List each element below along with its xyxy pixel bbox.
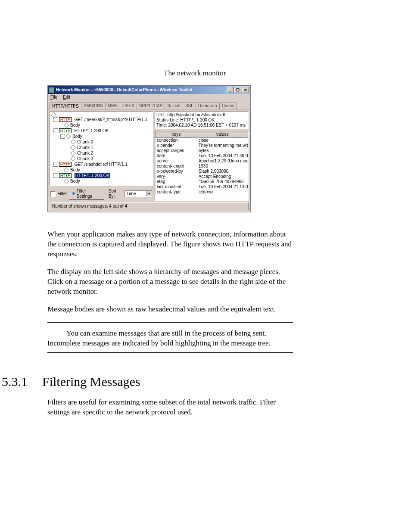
header-value: 1930 bbox=[197, 164, 248, 169]
menubar: File Edit bbox=[48, 94, 250, 100]
menu-file[interactable]: File bbox=[50, 95, 57, 100]
filter-checkbox[interactable] bbox=[50, 191, 56, 197]
header-value: bytes bbox=[197, 148, 248, 153]
detail-url: URL: http://slashdot.org/slashdot.rdf bbox=[156, 112, 247, 118]
filter-settings-label: Filter Settings bbox=[77, 189, 101, 199]
tab-spp[interactable]: SPP/L2CAP bbox=[137, 103, 165, 109]
tree-body[interactable]: Body bbox=[70, 122, 80, 128]
tab-http[interactable]: HTTP/HTTPS bbox=[50, 103, 81, 109]
tree-item[interactable]: GET /slashdot.rdf HTTP/1.1 bbox=[75, 162, 128, 167]
header-value: close bbox=[197, 138, 248, 143]
detail-time: Time: 2004.02.10 AD 16:51:06 EST + 0197 … bbox=[156, 123, 247, 128]
sortby-select[interactable]: Time ▾ bbox=[125, 190, 152, 197]
chunk-icon bbox=[70, 139, 76, 145]
table-row[interactable]: x-powered-bySlash 2.003000 bbox=[156, 169, 248, 174]
filter-settings-button[interactable]: Filter Settings bbox=[69, 188, 104, 200]
collapse-icon[interactable]: - bbox=[53, 128, 58, 133]
tab-socket[interactable]: Socket bbox=[165, 103, 183, 109]
right-pane: URL: http://slashdot.org/slashdot.rdf St… bbox=[155, 111, 249, 201]
header-value: text/xml bbox=[197, 190, 248, 195]
col-values[interactable]: values bbox=[197, 131, 248, 138]
header-value: Slash 2.003000 bbox=[197, 169, 248, 174]
body-icon bbox=[63, 167, 69, 173]
network-monitor-window: Network Monitor - +5550000 - DefaultColo… bbox=[47, 85, 251, 212]
tree-item[interactable]: HTTP/1.1 200 OK bbox=[75, 128, 109, 134]
tabstrip: HTTP/HTTPS SMS/CBS MMS OBEX SPP/L2CAP So… bbox=[48, 100, 250, 109]
tab-mms[interactable]: MMS bbox=[105, 103, 120, 109]
header-key: last-modified bbox=[156, 184, 197, 190]
tree-chunk[interactable]: Chunk 3 bbox=[77, 156, 93, 162]
titlebar[interactable]: Network Monitor - +5550000 - DefaultColo… bbox=[48, 86, 250, 94]
http-badge: HTTP bbox=[59, 128, 72, 133]
header-key: x-bender bbox=[156, 143, 197, 148]
detail-status: Status Line: HTTP/1.1 200 OK bbox=[156, 118, 247, 123]
header-key: content-length bbox=[156, 164, 197, 169]
chunk-icon bbox=[70, 145, 76, 150]
http-badge: HTTP bbox=[59, 162, 72, 167]
tab-datagram[interactable]: Datagram bbox=[196, 103, 220, 109]
header-value: Apache/1.3.29 (Unix) mod... bbox=[197, 159, 248, 164]
tree-body[interactable]: Body bbox=[70, 178, 80, 184]
table-row[interactable]: content-length1930 bbox=[156, 164, 248, 169]
header-key: accept-ranges bbox=[156, 148, 197, 153]
close-button[interactable]: ✕ bbox=[242, 87, 249, 93]
collapse-icon[interactable]: - bbox=[53, 173, 58, 178]
header-key: content-type bbox=[156, 190, 197, 195]
menu-edit[interactable]: Edit bbox=[63, 95, 70, 100]
table-row[interactable]: connectionclose bbox=[156, 138, 248, 143]
section-para: Filters are useful for examining some su… bbox=[47, 398, 293, 417]
tree-chunk[interactable]: Chunk 2 bbox=[77, 150, 93, 156]
tree-item-selected[interactable]: HTTP/1.1 200 OK bbox=[75, 173, 110, 178]
http-badge: HTTP bbox=[59, 173, 72, 178]
tab-obex[interactable]: OBEX bbox=[120, 103, 137, 109]
header-key: x-powered-by bbox=[156, 169, 197, 174]
tab-ssl[interactable]: SSL bbox=[183, 103, 196, 109]
tree-body[interactable]: Body bbox=[70, 167, 80, 173]
header-value: Tue, 10 Feb 2004 21:49:0... bbox=[197, 153, 248, 159]
tab-comm[interactable]: Comm bbox=[219, 103, 237, 109]
body-icon bbox=[63, 122, 69, 128]
tree-item[interactable]: GET /meerkat/?_fl=rss&p=9 HTTP/1.1 bbox=[75, 117, 147, 122]
tab-sms[interactable]: SMS/CBS bbox=[81, 103, 106, 109]
body-icon bbox=[65, 134, 71, 139]
table-row[interactable]: accept-rangesbytes bbox=[156, 148, 248, 153]
collapse-icon[interactable]: - bbox=[53, 162, 58, 167]
minimize-button[interactable]: _ bbox=[227, 87, 234, 93]
para-2: The display on the left side shows a hie… bbox=[47, 267, 293, 297]
message-tree[interactable]: -HTTP GET /meerkat/?_fl=rss&p=9 HTTP/1.1… bbox=[50, 111, 153, 186]
funnel-icon bbox=[72, 193, 75, 195]
table-row[interactable]: last-modifiedTue, 10 Feb 2004 21:13:0... bbox=[156, 184, 248, 190]
header-key: server bbox=[156, 159, 197, 164]
collapse-icon[interactable]: - bbox=[53, 117, 58, 122]
section-number: 5.3.1 bbox=[2, 374, 28, 389]
table-row[interactable]: serverApache/1.3.29 (Unix) mod... bbox=[156, 159, 248, 164]
figure-caption: The network monitor bbox=[164, 69, 364, 78]
tree-chunk[interactable]: Chunk 0 bbox=[77, 139, 93, 145]
table-row[interactable]: x-benderThey're tormenting me wit... bbox=[156, 143, 248, 148]
sortby-value: Time bbox=[126, 191, 136, 196]
note-text: You can examine messages that are still … bbox=[47, 329, 293, 348]
tree-body[interactable]: Body bbox=[72, 134, 82, 139]
collapse-icon[interactable]: - bbox=[60, 134, 65, 139]
para-1: When your application makes any type of … bbox=[47, 230, 293, 259]
header-key: connection bbox=[156, 138, 197, 143]
chunk-icon bbox=[70, 156, 76, 162]
section-title: Filtering Messages bbox=[42, 374, 140, 389]
table-row[interactable]: content-typetext/xml bbox=[156, 190, 248, 195]
table-row[interactable]: etag"1ae259-78a-40294965" bbox=[156, 179, 248, 184]
window-title: Network Monitor - +5550000 - DefaultColo… bbox=[56, 87, 193, 93]
header-key: etag bbox=[156, 179, 197, 184]
sortby-label: Sort By: bbox=[109, 189, 123, 199]
table-row[interactable]: varyAccept-Encoding bbox=[156, 174, 248, 179]
header-value: Tue, 10 Feb 2004 21:13:0... bbox=[197, 184, 248, 190]
col-keys[interactable]: keys bbox=[156, 131, 197, 138]
header-value: Accept-Encoding bbox=[197, 174, 248, 179]
tree-chunk[interactable]: Chunk 1 bbox=[77, 145, 93, 150]
header-key: date bbox=[156, 153, 197, 159]
maximize-button[interactable]: ☐ bbox=[234, 87, 241, 93]
http-badge: HTTP bbox=[59, 117, 72, 122]
para-3: Message bodies are shown as raw hexadeci… bbox=[47, 305, 293, 314]
left-footer: Filter Filter Settings Sort By: Time ▾ bbox=[50, 186, 153, 201]
table-row[interactable]: dateTue, 10 Feb 2004 21:49:0... bbox=[156, 153, 248, 159]
details-box: URL: http://slashdot.org/slashdot.rdf St… bbox=[155, 111, 249, 129]
